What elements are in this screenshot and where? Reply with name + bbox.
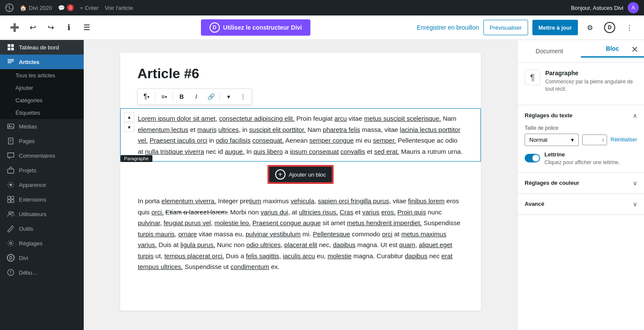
bold-button[interactable]: B bbox=[175, 90, 188, 104]
content-block-1[interactable]: ▲ ▼ Lorem ipsum dolor sit amet, consecte… bbox=[120, 108, 481, 162]
advanced-section: Avancé ∨ bbox=[518, 194, 644, 215]
admin-bar-right: Bonjour, Astuces Divi A bbox=[571, 2, 639, 13]
preview-button[interactable]: Prévisualiser bbox=[483, 20, 528, 35]
svg-rect-11 bbox=[9, 138, 13, 144]
svg-rect-19 bbox=[8, 200, 10, 202]
chevron-up-icon: ∧ bbox=[633, 112, 637, 119]
text-settings-section: Réglages du texte ∧ Taille de police Nor… bbox=[518, 105, 644, 173]
all-articles-link[interactable]: Tous les articles bbox=[0, 69, 84, 82]
sidebar-item-users[interactable]: Utilisateurs bbox=[0, 207, 84, 221]
font-size-select[interactable]: Normal ▾ bbox=[525, 134, 579, 146]
document-tab[interactable]: Document bbox=[518, 40, 581, 62]
sidebar-item-debug[interactable]: Débu… bbox=[0, 265, 84, 280]
categories-link[interactable]: Catégories bbox=[0, 94, 84, 107]
users-icon bbox=[7, 210, 15, 218]
sidebar-item-extensions[interactable]: Extensions bbox=[0, 192, 84, 207]
sidebar-item-divi[interactable]: D Divi bbox=[0, 251, 84, 265]
chevron-down-advanced-icon: ∨ bbox=[633, 201, 637, 208]
notifications-link[interactable]: 💬 0 bbox=[58, 4, 74, 11]
sidebar-item-articles[interactable]: Articles bbox=[0, 55, 84, 69]
editor-bar-center: D Utilisez le constructeur Divi bbox=[98, 19, 413, 36]
paragraph-2-text[interactable]: In porta elementum viverra. Integer pret… bbox=[138, 196, 463, 272]
settings-button[interactable]: ⚙ bbox=[582, 20, 598, 35]
add-block-outline: + Ajouter un bloc bbox=[267, 165, 334, 184]
dropdown-button[interactable]: ▾ bbox=[222, 90, 235, 104]
drop-cap-toggle[interactable] bbox=[525, 154, 540, 162]
paragraphe-icon-row: ¶ Paragraphe Commencez par la pierre ang… bbox=[525, 70, 637, 93]
toolbar-separator-2 bbox=[173, 92, 173, 102]
divi-builder-button[interactable]: D Utilisez le constructeur Divi bbox=[201, 19, 311, 36]
add-block-area: + Ajouter un bloc bbox=[137, 162, 464, 187]
sidebar-item-appearance[interactable]: Apparence bbox=[0, 177, 84, 192]
add-block-button-tooltip[interactable]: + Ajouter un bloc bbox=[268, 166, 333, 183]
svg-rect-6 bbox=[8, 59, 14, 60]
divi-icon-button[interactable]: D bbox=[602, 20, 617, 35]
divi-logo-icon: D bbox=[210, 22, 220, 33]
svg-point-21 bbox=[9, 212, 11, 214]
add-article-link[interactable]: Ajouter bbox=[0, 82, 84, 94]
font-size-row: Normal ▾ ↕ Réinitialiser bbox=[525, 134, 637, 146]
view-article-link[interactable]: Voir l'article bbox=[105, 5, 133, 11]
drop-cap-info: Lettrine Cliquez pour afficher une lettr… bbox=[544, 151, 620, 165]
add-block-button[interactable]: ➕ bbox=[7, 20, 22, 35]
paragraphe-type-icon: ¶ bbox=[525, 70, 540, 85]
right-panel: Document Bloc ✕ ¶ Paragraphe Commencez p… bbox=[517, 40, 644, 330]
admin-bar-left: 🏠 Divi 2020 💬 0 + Créer Voir l'article bbox=[5, 3, 564, 12]
dashboard-icon bbox=[7, 43, 15, 51]
update-button[interactable]: Mettre à jour bbox=[532, 20, 578, 35]
color-settings-header[interactable]: Réglages de couleur ∨ bbox=[525, 180, 637, 186]
articles-submenu: Tous les articles Ajouter Catégories Éti… bbox=[0, 69, 84, 119]
content-block-2[interactable]: In porta elementum viverra. Integer pret… bbox=[120, 191, 481, 277]
svg-rect-17 bbox=[8, 196, 10, 199]
move-up-button[interactable]: ▲ bbox=[124, 112, 134, 122]
more-options-button[interactable]: ⋮ bbox=[622, 20, 637, 35]
list-view-button[interactable]: ☰ bbox=[79, 20, 94, 35]
sidebar-item-media[interactable]: Médias bbox=[0, 119, 84, 134]
site-name-link[interactable]: 🏠 Divi 2020 bbox=[20, 5, 52, 11]
tools-icon bbox=[7, 225, 15, 232]
svg-rect-5 bbox=[11, 48, 14, 50]
redo-button[interactable]: ↪ bbox=[43, 20, 58, 35]
create-link[interactable]: + Créer bbox=[80, 5, 99, 11]
sidebar-item-settings[interactable]: Réglages bbox=[0, 236, 84, 251]
svg-point-23 bbox=[10, 242, 12, 244]
more-block-options-button[interactable]: ⋮ bbox=[236, 90, 250, 104]
color-settings-section: Réglages de couleur ∨ bbox=[518, 173, 644, 194]
font-size-number[interactable]: ↕ bbox=[582, 134, 607, 145]
paragraph-1-text[interactable]: Lorem ipsum dolor sit amet, consectetur … bbox=[138, 113, 463, 157]
avatar: A bbox=[628, 2, 639, 13]
divi-sidebar-icon: D bbox=[7, 254, 15, 262]
save-draft-button[interactable]: Enregistrer en brouillon bbox=[417, 24, 479, 31]
paragraph-type-button[interactable]: ¶ ▾ bbox=[140, 90, 153, 104]
sidebar-item-tools[interactable]: Outils bbox=[0, 221, 84, 236]
main-layout: Tableau de bord Articles Tous les articl… bbox=[0, 40, 644, 330]
info-button[interactable]: ℹ bbox=[61, 20, 76, 35]
chevron-down-color-icon: ∨ bbox=[633, 180, 637, 186]
tags-link[interactable]: Étiquettes bbox=[0, 107, 84, 119]
sidebar-item-pages[interactable]: Pages bbox=[0, 134, 84, 148]
svg-rect-9 bbox=[8, 124, 14, 129]
sidebar-item-dashboard[interactable]: Tableau de bord bbox=[0, 40, 84, 55]
article-title[interactable]: Article #6 bbox=[120, 53, 481, 89]
paragraphe-info: Paragraphe Commencez par la pierre angul… bbox=[545, 70, 637, 93]
panel-close-button[interactable]: ✕ bbox=[627, 42, 642, 57]
appearance-icon bbox=[7, 181, 15, 189]
italic-button[interactable]: I bbox=[189, 90, 203, 104]
svg-rect-2 bbox=[8, 44, 10, 47]
pages-icon bbox=[7, 137, 15, 145]
svg-rect-7 bbox=[8, 61, 14, 61]
svg-point-16 bbox=[9, 183, 12, 186]
move-down-button[interactable]: ▼ bbox=[124, 122, 134, 132]
reset-button[interactable]: Réinitialiser bbox=[611, 137, 637, 143]
font-size-control: Taille de police Normal ▾ ↕ Réinitialise… bbox=[525, 125, 637, 146]
editor-bar: ➕ ↩ ↪ ℹ ☰ D Utilisez le constructeur Div… bbox=[0, 15, 644, 40]
sidebar-item-comments[interactable]: Commentaires bbox=[0, 148, 84, 163]
advanced-header[interactable]: Avancé ∨ bbox=[525, 201, 637, 208]
alignment-button[interactable]: ≡ ▾ bbox=[157, 90, 171, 104]
link-button[interactable]: 🔗 bbox=[204, 90, 218, 104]
home-icon: 🏠 bbox=[20, 5, 27, 11]
undo-button[interactable]: ↩ bbox=[25, 20, 40, 35]
text-settings-header[interactable]: Réglages du texte ∧ bbox=[525, 112, 637, 119]
plus-circle-icon: + bbox=[275, 169, 286, 180]
sidebar-item-projects[interactable]: Projets bbox=[0, 163, 84, 177]
